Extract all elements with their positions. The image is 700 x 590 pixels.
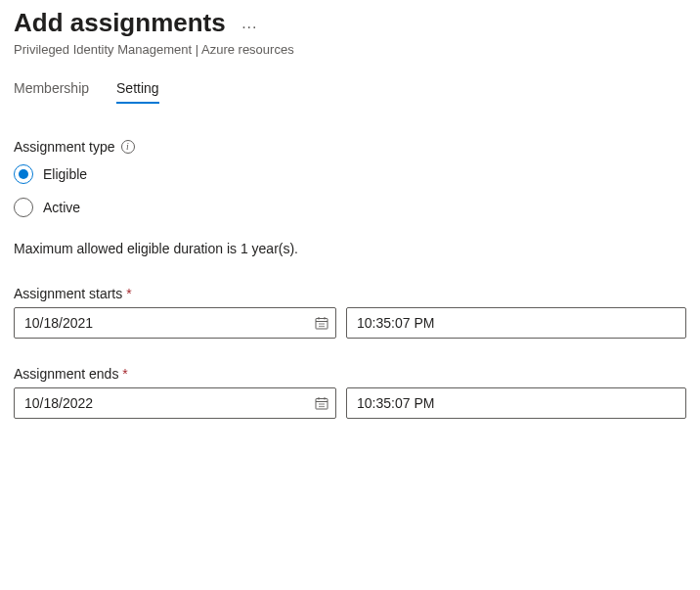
page-title: Add assignments: [14, 8, 226, 38]
breadcrumb: Privileged Identity Management | Azure r…: [14, 42, 686, 57]
tab-membership[interactable]: Membership: [14, 80, 89, 104]
assignment-starts-label: Assignment starts: [14, 286, 122, 301]
radio-circle-icon: [14, 198, 33, 217]
more-actions-button[interactable]: ···: [241, 20, 257, 35]
duration-info-text: Maximum allowed eligible duration is 1 y…: [14, 241, 686, 256]
assignment-starts-time-input[interactable]: [346, 307, 686, 339]
info-icon[interactable]: i: [121, 140, 135, 154]
required-indicator: *: [122, 366, 127, 382]
assignment-type-radio-group: Eligible Active: [14, 164, 686, 217]
assignment-ends-date-input[interactable]: [14, 387, 336, 419]
tab-setting[interactable]: Setting: [116, 80, 159, 104]
radio-eligible-label: Eligible: [43, 166, 87, 182]
radio-eligible[interactable]: Eligible: [14, 164, 686, 184]
assignment-starts-date-input[interactable]: [14, 307, 336, 339]
calendar-icon[interactable]: [315, 396, 328, 410]
tab-list: Membership Setting: [14, 80, 686, 104]
assignment-type-label: Assignment type: [14, 139, 115, 155]
calendar-icon[interactable]: [315, 316, 328, 330]
radio-active-label: Active: [43, 200, 80, 215]
radio-circle-icon: [14, 164, 33, 184]
assignment-ends-time-input[interactable]: [346, 387, 686, 419]
required-indicator: *: [126, 286, 131, 301]
assignment-ends-label: Assignment ends: [14, 366, 118, 382]
radio-active[interactable]: Active: [14, 198, 686, 217]
